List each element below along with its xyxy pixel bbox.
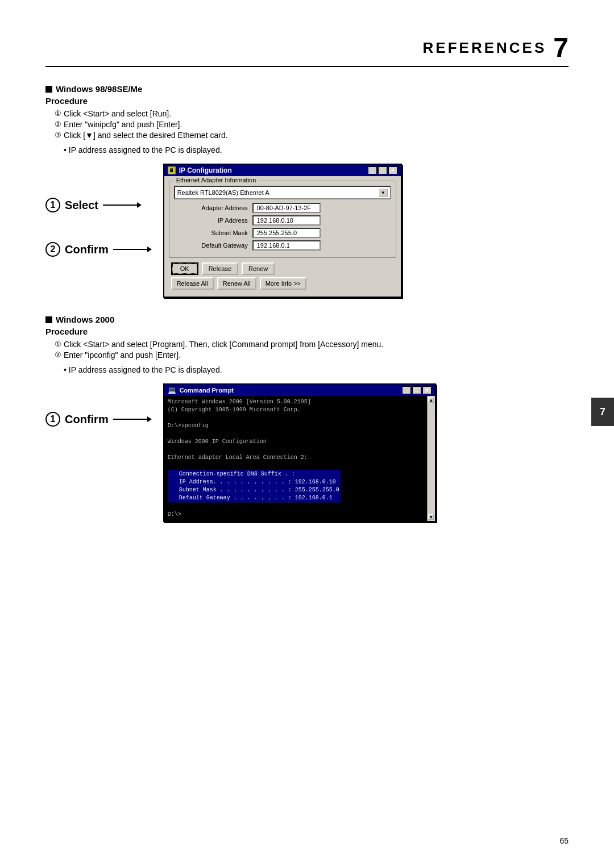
win98-dropdown-row: Realtek RTL8029(AS) Ethernet A ▼ xyxy=(174,186,391,199)
cmd-line-3 xyxy=(168,414,424,422)
confirm2-num: 1 xyxy=(45,412,60,427)
cmd-highlight-block: Connection-specific DNS Suffix . : IP Ad… xyxy=(168,470,341,503)
cmd-window-controls: _ □ ✕ xyxy=(402,386,432,394)
win2000-step-1: ① Click <Start> and select [Program]. Th… xyxy=(55,340,569,349)
win98-gateway-row: Default Gateway 192.168.0.1 xyxy=(174,240,391,251)
more-info-button[interactable]: More Info >> xyxy=(260,277,306,290)
win2000-confirm-label: 1 Confirm xyxy=(45,412,152,427)
subnet-label: Subnet Mask xyxy=(174,229,248,236)
cmd-prompt-line xyxy=(168,503,424,511)
win98-group-label: Ethernet Adapter Information xyxy=(174,177,259,183)
section-win98-subtitle: Procedure xyxy=(45,96,569,106)
cmd-final-prompt: D:\> xyxy=(168,511,424,519)
confirm-arrow-head xyxy=(147,247,152,252)
cmd-line-1: Microsoft Windows 2000 [Version 5.00.219… xyxy=(168,398,424,406)
win2000-titlebar: 💻 Command Prompt _ □ ✕ xyxy=(164,385,435,396)
win98-select-label: 1 Select xyxy=(45,198,152,212)
cmd-body-wrapper: Microsoft Windows 2000 [Version 5.00.219… xyxy=(164,396,435,521)
win98-adapter-address-row: Adapter Address 00-80-AD-97-13-2F xyxy=(174,203,391,213)
win2000-cmd-body: Microsoft Windows 2000 [Version 5.00.219… xyxy=(164,396,427,521)
restore-button[interactable]: □ xyxy=(378,166,387,174)
dropdown-arrow-icon[interactable]: ▼ xyxy=(379,188,388,197)
win2000-labels: 1 Confirm xyxy=(45,412,152,427)
win98-titlebar: 🖥 IP Configuration _ □ ✕ xyxy=(164,165,401,176)
win98-title-icon: 🖥 xyxy=(168,166,176,174)
win98-bullet: IP address assigned to the PC is display… xyxy=(64,145,569,155)
win2000-bullet: IP address assigned to the PC is display… xyxy=(64,365,569,374)
release-all-button[interactable]: Release All xyxy=(171,277,214,290)
section-win98: Windows 98/98SE/Me Procedure ① Click <St… xyxy=(45,84,569,298)
cmd-gateway-line: Default Gateway . . . . . . . . : 192.16… xyxy=(169,494,339,502)
win98-dialog-title: IP Configuration xyxy=(179,166,232,174)
win98-dialog-body: Ethernet Adapter Information Realtek RTL… xyxy=(164,176,401,297)
section-win2000: Windows 2000 Procedure ① Click <Start> a… xyxy=(45,315,569,522)
section-bullet-icon xyxy=(45,86,52,93)
cmd-line-9 xyxy=(168,462,424,470)
win98-step-3: ③ Click [▼] and select the desired Ether… xyxy=(55,131,569,140)
win98-buttons-row2: Release All Renew All More Info >> xyxy=(169,277,396,292)
adapter-address-label: Adapter Address xyxy=(174,205,248,211)
select-text: Select xyxy=(65,199,98,212)
ip-address-label: IP Address xyxy=(174,217,248,224)
confirm2-arrow-line xyxy=(113,419,147,420)
win2000-procedure-list: ① Click <Start> and select [Program]. Th… xyxy=(55,340,569,360)
confirm2-arrow-head xyxy=(147,416,152,422)
adapter-address-value: 00-80-AD-97-13-2F xyxy=(252,203,321,213)
cmd-line-6: Windows 2000 IP Configuration xyxy=(168,438,424,446)
confirm-num: 2 xyxy=(45,242,60,257)
win2000-cmd-window: 💻 Command Prompt _ □ ✕ Microsoft Windows… xyxy=(163,383,436,522)
confirm-arrow-line xyxy=(113,249,147,250)
page-header: REFERENCES 7 xyxy=(45,34,569,67)
cmd-scrollbar[interactable]: ▲ ▼ xyxy=(427,396,435,521)
close-button[interactable]: ✕ xyxy=(388,166,397,174)
scrollbar-track xyxy=(428,403,434,514)
win98-subnet-row: Subnet Mask 255.255.255.0 xyxy=(174,228,391,238)
select-arrow-line xyxy=(103,205,137,206)
win98-labels: 1 Select 2 Confirm xyxy=(45,198,152,257)
cmd-restore-button[interactable]: □ xyxy=(412,386,421,394)
win98-adapter-group: Ethernet Adapter Information Realtek RTL… xyxy=(169,181,396,258)
cmd-subnet-line: Subnet Mask . . . . . . . . . . : 255.25… xyxy=(169,486,339,494)
win98-ip-config-dialog: 🖥 IP Configuration _ □ ✕ Ethernet Adapte… xyxy=(163,164,402,298)
gateway-value: 192.168.0.1 xyxy=(252,240,321,251)
cmd-line-5 xyxy=(168,430,424,438)
win2000-step-2: ② Enter "ipconfig" and push [Enter]. xyxy=(55,350,569,360)
header-title: REFERENCES xyxy=(423,39,547,57)
cmd-close-button[interactable]: ✕ xyxy=(422,386,432,394)
cmd-ip-line: IP Address. . . . . . . . . . . : 192.16… xyxy=(169,478,339,486)
win98-ip-address-row: IP Address 192.168.0.10 xyxy=(174,215,391,226)
page-number: 65 xyxy=(559,836,569,845)
ok-button[interactable]: OK xyxy=(171,262,198,275)
header-number: 7 xyxy=(553,34,569,61)
win98-diagram: 1 Select 2 Confirm xyxy=(45,164,569,298)
win98-procedure-list: ① Click <Start> and select [Run]. ② Ente… xyxy=(55,109,569,140)
release-button[interactable]: Release xyxy=(202,262,238,275)
select-num: 1 xyxy=(45,198,60,212)
cmd-line-2: (C) Copyright 1985-1999 Microsoft Corp. xyxy=(168,406,424,414)
cmd-minimize-button[interactable]: _ xyxy=(402,386,411,394)
section-win98-title: Windows 98/98SE/Me xyxy=(45,84,569,94)
win98-window-controls: _ □ ✕ xyxy=(368,166,397,174)
section-win2000-title: Windows 2000 xyxy=(45,315,569,324)
gateway-label: Default Gateway xyxy=(174,242,248,249)
section2-bullet-icon xyxy=(45,316,52,323)
select-arrow-head xyxy=(137,202,142,208)
win98-confirm-label: 2 Confirm xyxy=(45,242,152,257)
scrollbar-down-arrow[interactable]: ▼ xyxy=(428,514,434,520)
win98-adapter-dropdown[interactable]: Realtek RTL8029(AS) Ethernet A ▼ xyxy=(174,186,391,199)
win98-step-1: ① Click <Start> and select [Run]. xyxy=(55,109,569,118)
cmd-line-7 xyxy=(168,446,424,454)
section-win2000-subtitle: Procedure xyxy=(45,327,569,336)
confirm2-text: Confirm xyxy=(65,413,109,426)
cmd-dns-line: Connection-specific DNS Suffix . : xyxy=(169,470,339,478)
ip-address-value: 192.168.0.10 xyxy=(252,215,321,226)
side-tab-number: 7 xyxy=(591,398,614,426)
renew-button[interactable]: Renew xyxy=(242,262,275,275)
cmd-title-icon: 💻 xyxy=(168,386,176,394)
win98-buttons-row1: OK Release Renew xyxy=(169,262,396,275)
scrollbar-up-arrow[interactable]: ▲ xyxy=(428,397,434,403)
renew-all-button[interactable]: Renew All xyxy=(217,277,256,290)
minimize-button[interactable]: _ xyxy=(368,166,377,174)
confirm-text: Confirm xyxy=(65,243,109,256)
cmd-line-4: D:\>ipconfig xyxy=(168,422,424,430)
